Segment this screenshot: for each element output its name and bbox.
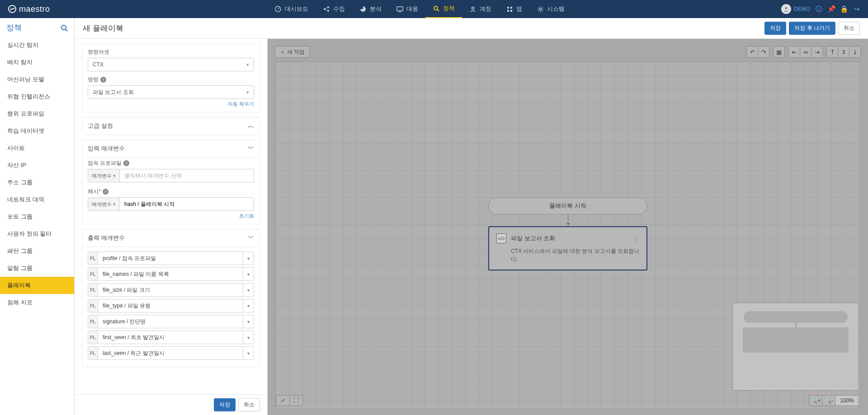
zoom-in-button[interactable]: 🔍+: [809, 395, 822, 406]
sidebar-item[interactable]: 위협 인텔리전스: [0, 88, 74, 105]
logout-icon[interactable]: ↪: [853, 5, 861, 13]
nav-label: 앱: [516, 5, 522, 13]
lock-icon[interactable]: 🔒: [840, 5, 848, 13]
param-badge-icon: PL: [88, 315, 98, 328]
start-node[interactable]: 플레이북 시작: [488, 197, 647, 214]
output-params-section-toggle[interactable]: 출력 매개변수 ﹀: [82, 229, 260, 247]
output-param-label: file_type / 파일 유형: [98, 302, 243, 310]
nav-system[interactable]: 시스템: [529, 0, 572, 18]
redo-button[interactable]: ↷: [758, 46, 769, 58]
output-param-label: signature / 진단명: [98, 318, 243, 326]
node-menu-icon[interactable]: ⋮: [633, 235, 639, 242]
input-params-section-toggle[interactable]: 입력 매개변수 ﹀: [82, 140, 260, 158]
align-bottom-button[interactable]: ⤓: [849, 46, 861, 58]
align-top-button[interactable]: ⤒: [826, 46, 838, 58]
svg-point-12: [785, 7, 788, 9]
pin-icon[interactable]: 📌: [827, 5, 835, 13]
sidebar-item[interactable]: 주소 그룹: [0, 174, 74, 191]
code-icon: </>: [496, 233, 506, 243]
sidebar-item[interactable]: 포트 그룹: [0, 208, 74, 225]
reset-link[interactable]: 초기화: [88, 213, 254, 219]
autofill-link[interactable]: 자동 채우기: [88, 101, 254, 107]
output-param-item: PLlast_seen / 최근 발견일시▾: [88, 346, 254, 360]
output-param-dropdown[interactable]: ▾: [243, 252, 254, 265]
nav-app[interactable]: 앱: [499, 0, 529, 18]
profile-input[interactable]: [120, 169, 254, 182]
output-param-dropdown[interactable]: ▾: [243, 299, 254, 312]
panel-cancel-button[interactable]: 취소: [238, 398, 260, 411]
panel-save-button[interactable]: 저장: [214, 398, 236, 411]
output-param-dropdown[interactable]: ▾: [243, 347, 254, 359]
cmdset-value: CTX: [93, 61, 104, 68]
cancel-button[interactable]: 취소: [838, 22, 860, 35]
sidebar-item[interactable]: 실시간 탐지: [0, 37, 74, 54]
sidebar-item[interactable]: 알람 그룹: [0, 260, 74, 277]
new-task-button[interactable]: ＋ 새 작업: [275, 46, 310, 58]
chevron-down-icon: ▾: [113, 201, 116, 207]
save-button[interactable]: 저장: [764, 22, 786, 35]
nav-label: 시스템: [547, 5, 565, 13]
user-badge[interactable]: DEMO: [781, 4, 810, 14]
dashboard-icon: [274, 5, 282, 13]
nav-policy[interactable]: 정책: [425, 0, 462, 18]
zoom-out-button[interactable]: 🔍-: [822, 395, 835, 406]
nav-dashboard[interactable]: 대시보드: [267, 0, 316, 18]
sidebar-item[interactable]: 사이트: [0, 140, 74, 157]
app-logo[interactable]: maestro: [0, 5, 58, 14]
logo-icon: [8, 5, 16, 13]
output-param-label: file_size / 파일 크기: [98, 286, 243, 294]
undo-button[interactable]: ↶: [746, 46, 758, 58]
nav-account[interactable]: 계정: [462, 0, 499, 18]
help-icon[interactable]: ?: [103, 189, 108, 195]
output-param-dropdown[interactable]: ▾: [243, 268, 254, 280]
search-icon: [433, 5, 440, 12]
cmdset-select[interactable]: CTX ▾: [88, 58, 254, 71]
minimap[interactable]: [732, 303, 859, 391]
sidebar-item[interactable]: 자산 IP: [0, 157, 74, 174]
hash-input[interactable]: [120, 198, 254, 210]
chevron-down-icon: ﹀: [248, 145, 254, 153]
svg-point-3: [327, 10, 329, 12]
cmd-label: 명령 ?: [88, 76, 254, 84]
save-exit-button[interactable]: 저장 후 나가기: [789, 22, 835, 35]
svg-point-11: [539, 8, 541, 10]
nav-response[interactable]: 대응: [389, 0, 425, 18]
sidebar-item[interactable]: 네트워크 대역: [0, 191, 74, 208]
sidebar-item[interactable]: 학습 데이터셋: [0, 122, 74, 140]
sidebar-item[interactable]: 행위 프로파일: [0, 105, 74, 122]
zoom-level[interactable]: 100%: [835, 395, 859, 406]
align-right-button[interactable]: ⇥: [811, 46, 823, 58]
help-icon[interactable]: ?: [123, 160, 129, 166]
align-middle-button[interactable]: ⇕: [838, 46, 849, 58]
output-param-dropdown[interactable]: ▾: [243, 315, 254, 328]
help-icon[interactable]: ?: [100, 77, 106, 83]
user-name: DEMO: [794, 6, 810, 12]
output-param-dropdown[interactable]: ▾: [243, 284, 254, 296]
nav-label: 계정: [480, 5, 491, 13]
sidebar-item[interactable]: 플레이북: [0, 277, 74, 294]
sidebar-item[interactable]: 침해 지표: [0, 294, 74, 311]
info-icon[interactable]: ⓘ: [815, 5, 823, 14]
sidebar-item[interactable]: 배치 탐지: [0, 54, 74, 71]
output-param-dropdown[interactable]: ▾: [243, 331, 254, 344]
nav-collect[interactable]: 수집: [316, 0, 352, 18]
sidebar-item[interactable]: 사용자 정의 필터: [0, 225, 74, 242]
nav-analysis[interactable]: 분석: [352, 0, 389, 18]
align-left-button[interactable]: ⇤: [788, 46, 800, 58]
cmd-select[interactable]: 파일 보고서 조회 ▾: [88, 85, 254, 99]
chevron-down-icon: ﹀: [248, 234, 254, 242]
param-tag[interactable]: 매개변수 ▾: [88, 169, 120, 182]
top-nav: 대시보드 수집 분석 대응 정책 계정 앱 시스템: [267, 0, 572, 18]
fit-width-button[interactable]: ⤢: [276, 395, 290, 406]
sidebar-item[interactable]: 패턴 그룹: [0, 242, 74, 260]
param-tag[interactable]: 매개변수 ▾: [88, 198, 120, 210]
advanced-section-toggle[interactable]: 고급 설정 ︿: [82, 117, 260, 135]
sidebar-item[interactable]: 머신러닝 모델: [0, 71, 74, 88]
grid-button[interactable]: ▦: [773, 46, 785, 58]
task-node[interactable]: </> 파일 보고서 조회 ⋮ CTX 서비스에서 파일에 대한 분석 보고서를…: [488, 226, 647, 270]
svg-rect-8: [510, 7, 512, 9]
profile-input-row: 매개변수 ▾: [88, 169, 254, 182]
sidebar-search-icon[interactable]: [61, 24, 68, 32]
fit-screen-button[interactable]: ⛶: [289, 395, 303, 406]
align-center-button[interactable]: ⇔: [800, 46, 811, 58]
